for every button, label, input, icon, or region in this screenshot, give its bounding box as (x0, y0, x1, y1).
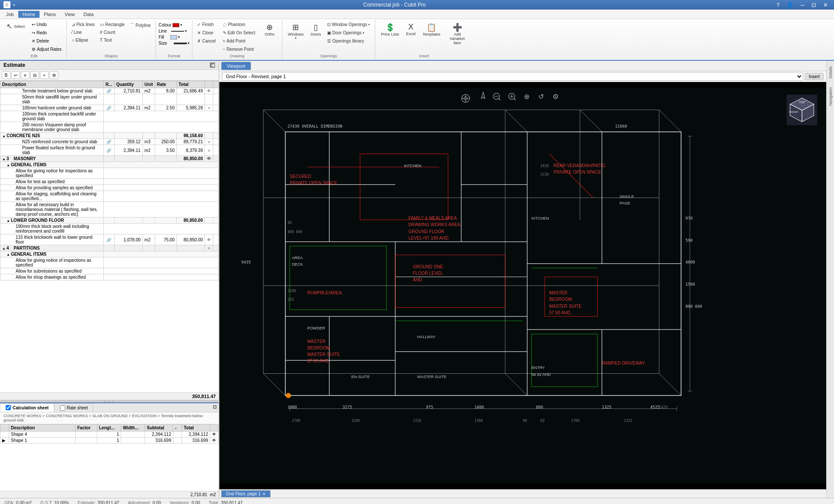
line-dropdown-arrow[interactable]: ▾ (185, 29, 187, 33)
help-btn[interactable]: ? (774, 2, 782, 8)
rectangle-btn[interactable]: ▭ Rectangle (98, 21, 127, 28)
est-tool-btn-1[interactable]: B (2, 71, 10, 79)
calc-expand-btn[interactable]: ⊡ (211, 403, 218, 412)
colour-swatch[interactable] (172, 23, 179, 27)
insert-btn[interactable]: Insert (805, 73, 824, 80)
row-eye[interactable]: 👁 (205, 156, 213, 162)
vp-bottom-tab[interactable]: Gnd Floor, page 1 ✕ (221, 490, 271, 497)
row-eye[interactable]: 👁 (205, 234, 213, 245)
svg-text:590: 590 (685, 238, 692, 243)
row-link[interactable]: 🔗 (103, 234, 114, 245)
colour-dropdown-arrow[interactable]: ▾ (180, 23, 182, 27)
select-btn[interactable]: ↖ Select (4, 21, 27, 32)
size-dropdown-arrow[interactable]: ▾ (188, 41, 189, 45)
remove-point-btn[interactable]: − Remove Point (221, 46, 258, 53)
redo-btn[interactable]: ↪ Redo (30, 29, 64, 36)
menu-home[interactable]: Home (18, 11, 40, 18)
row-link[interactable]: 🔗 (103, 88, 114, 94)
expand-icon[interactable]: ▲ (7, 219, 10, 223)
svg-text:GROUND FLOOR: GROUND FLOOR (408, 229, 444, 234)
table-row: Allow for submissions as specified (0, 268, 218, 274)
undo-btn[interactable]: ↩ Undo (30, 21, 64, 28)
expand-icon[interactable]: ▲ (2, 134, 6, 138)
restore-btn[interactable]: ⊡ (809, 2, 819, 8)
vp-tab-close-btn[interactable]: ✕ (262, 492, 266, 496)
row-desc: Power floated surface finish to ground s… (0, 145, 104, 156)
sidebar-tab-navigation[interactable]: Navigation (827, 83, 834, 110)
sidebar-tab-details[interactable]: Details (827, 63, 834, 82)
polyline-btn[interactable]: ⌒ Polyline (128, 21, 153, 30)
row-desc: Shape 1 (9, 438, 76, 444)
est-tool-btn-5[interactable]: + (40, 71, 49, 79)
add-point-btn[interactable]: + Add Point (221, 37, 258, 45)
est-tool-btn-6[interactable]: ⚙ (50, 71, 58, 79)
link-icon: 🔗 (106, 106, 111, 110)
calc-sheet-tab[interactable]: Calculation sheet (0, 403, 54, 412)
user-btn[interactable]: 👤 (784, 2, 796, 8)
door-openings-btn[interactable]: ▣ Door Openings ▾ (325, 29, 372, 36)
row-eye[interactable]: ○ (205, 145, 213, 156)
row-eye[interactable]: 👁 (205, 88, 213, 94)
expand-icon[interactable]: ▲ (7, 253, 10, 257)
colour-control: Colour ▾ (159, 23, 189, 27)
line-btn[interactable]: ⁄ Line (70, 29, 97, 36)
ortho-btn[interactable]: ⊕ Ortho (260, 21, 279, 38)
edit-on-select-btn[interactable]: ✎ Edit On Select (221, 29, 258, 36)
expand-icon[interactable]: ▲ (2, 157, 6, 161)
row-eye[interactable]: ○ (205, 105, 213, 111)
row-expand[interactable]: ▶ (0, 438, 9, 444)
row-link[interactable]: 🔗 (103, 139, 114, 145)
window-openings-btn[interactable]: ⊡ Window Openings ▾ (325, 21, 372, 28)
price-lists-btn[interactable]: 💲 Price Lists (378, 21, 402, 38)
templates-btn[interactable]: 📋 Templates (420, 21, 443, 38)
format-group-label: Format (159, 53, 189, 58)
count-btn[interactable]: # Count (98, 29, 127, 36)
floor-select[interactable]: Gnd Floor - Revised, page 1 (222, 72, 803, 81)
openings-library-btn[interactable]: ☰ Openings library (325, 37, 372, 45)
row-eye[interactable]: 👁 (210, 438, 218, 444)
est-tool-btn-3[interactable]: ≡ (21, 71, 30, 79)
estimate-tbody: Termite treatment below ground slab 🔗 2,… (0, 88, 218, 280)
row-eye[interactable]: 👁 (210, 432, 218, 438)
adjust-rates-btn[interactable]: ⚙ Adjust Rates (30, 46, 64, 53)
delete-btn[interactable]: ✕ Delete (30, 37, 64, 45)
window-controls[interactable]: ? 👤 ─ ⊡ ✕ (774, 2, 831, 8)
estimate-collapse-btn[interactable]: ◀ (210, 63, 215, 68)
text-btn[interactable]: T Text (98, 36, 127, 44)
close-btn[interactable]: ✕ (821, 2, 831, 8)
row-rest (103, 179, 218, 185)
windows-btn[interactable]: ⊞ Windows ▾ (285, 21, 307, 42)
ellipse-btn[interactable]: ○ Ellipse (70, 36, 97, 44)
fill-swatch[interactable] (170, 35, 177, 40)
est-tool-btn-2[interactable]: ↩ (11, 71, 20, 79)
add-variation-item-btn[interactable]: ➕ Add Variation Item (444, 21, 470, 47)
row-total: 8,379.39 (177, 145, 205, 156)
row-link[interactable]: 🔗 (103, 145, 114, 156)
menu-plans[interactable]: Plans (40, 11, 60, 18)
viewport-tab[interactable]: Viewport (221, 62, 251, 70)
est-tool-btn-4[interactable]: ⊟ (30, 71, 39, 79)
row-total: 80,850.00 (177, 156, 205, 162)
excel-btn[interactable]: X Excel (403, 21, 419, 38)
minimize-btn[interactable]: ─ (798, 2, 807, 8)
svg-text:EQ: EQ (540, 418, 545, 423)
row-desc: ▲CONCRETE N25 (0, 133, 104, 139)
expand-icon[interactable]: ▲ (2, 247, 6, 250)
menu-view[interactable]: View (60, 11, 79, 18)
pick-lines-btn[interactable]: ⊿ Pick lines (70, 21, 97, 28)
rate-sheet-checkbox[interactable] (60, 405, 65, 411)
phantom-btn[interactable]: ◌ Phantom (221, 21, 258, 28)
calc-sheet-checkbox[interactable] (6, 405, 11, 410)
row-link[interactable]: 🔗 (103, 105, 114, 111)
fill-dropdown-arrow[interactable]: ▾ (178, 35, 180, 39)
doors-btn[interactable]: ▯ Doors (308, 21, 324, 38)
rate-sheet-tab[interactable]: Rate sheet (54, 403, 93, 412)
row-eye[interactable]: ○ (205, 245, 213, 251)
finish-btn[interactable]: ✓ Finish (195, 21, 218, 28)
cancel-btn[interactable]: ✗ Cancel (195, 37, 218, 45)
menu-data[interactable]: Data (79, 11, 98, 18)
close-btn-r[interactable]: ✕ Close (195, 29, 218, 36)
row-eye[interactable]: ○ (205, 139, 213, 145)
expand-icon[interactable]: ▲ (7, 163, 10, 167)
menu-job[interactable]: Job (2, 11, 18, 18)
